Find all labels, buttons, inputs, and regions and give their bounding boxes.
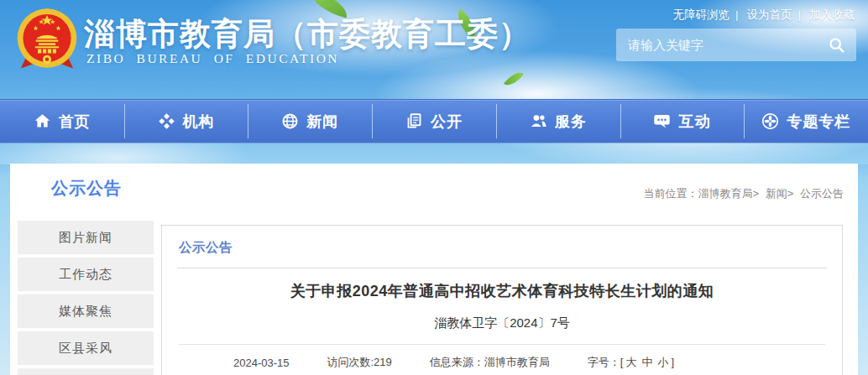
sidebar-menu: 图片新闻 工作动态 媒体聚焦 区县采风 xyxy=(18,221,154,375)
fontsize-large-button[interactable]: 大 xyxy=(625,356,636,368)
link-separator: | xyxy=(735,8,739,21)
search-input[interactable] xyxy=(616,29,818,61)
users-icon xyxy=(530,112,547,130)
nav-item-home[interactable]: 首页 xyxy=(0,100,124,143)
box-title-divider xyxy=(177,268,827,268)
search-box xyxy=(616,29,856,61)
fontsize-small-button[interactable]: 小 xyxy=(657,356,668,368)
topics-icon xyxy=(761,112,779,130)
site-subtitle-en: ZIBO BUREAU OF EDUCATION xyxy=(86,51,339,66)
breadcrumb-link-announcements[interactable]: 公示公告 xyxy=(800,187,844,200)
org-icon xyxy=(158,112,175,130)
nav-item-label: 公开 xyxy=(431,112,463,132)
nav-item-interaction[interactable]: 互动 xyxy=(620,100,745,143)
national-emblem-logo xyxy=(12,5,82,76)
set-homepage-link[interactable]: 设为首页 xyxy=(746,8,792,21)
sidebar-item-media-focus[interactable]: 媒体聚焦 xyxy=(18,294,154,328)
visit-count: 访问次数:219 xyxy=(327,355,391,370)
home-icon xyxy=(34,112,51,130)
breadcrumb-separator: > xyxy=(787,187,794,200)
breadcrumb: 当前位置：淄博教育局> 新闻> 公示公告 xyxy=(644,186,844,201)
meta-divider xyxy=(179,344,825,345)
article-box-title: 公示公告 xyxy=(179,239,842,257)
article-title: 关于申报2024年普通高中招收艺术体育科技特长生计划的通知 xyxy=(162,281,842,301)
nav-item-label: 专题专栏 xyxy=(787,112,850,132)
nav-item-special-topics[interactable]: 专题专栏 xyxy=(744,100,868,143)
documents-icon xyxy=(405,112,423,130)
nav-item-services[interactable]: 服务 xyxy=(496,100,620,143)
article-box: 公示公告 关于申报2024年普通高中招收艺术体育科技特长生计划的通知 淄教体卫字… xyxy=(161,225,843,375)
search-icon xyxy=(828,36,846,55)
link-separator: | xyxy=(797,8,801,21)
sidebar-item-partial[interactable] xyxy=(18,368,154,375)
nav-item-label: 机构 xyxy=(183,112,215,132)
chat-icon xyxy=(653,112,671,130)
info-source: 信息来源：淄博市教育局 xyxy=(430,355,550,370)
bracket: ] xyxy=(671,356,674,368)
sidebar-item-work-updates[interactable]: 工作动态 xyxy=(18,258,154,291)
breadcrumb-separator: > xyxy=(753,187,760,200)
top-utility-links: 无障碍浏览|设为首页|加入收藏 xyxy=(672,8,855,23)
nav-item-disclosure[interactable]: 公开 xyxy=(372,100,496,143)
sidebar-item-district-view[interactable]: 区县采风 xyxy=(18,331,154,365)
leaf-decoration-icon xyxy=(504,68,524,90)
fontsize-control: 字号：[大中小] xyxy=(588,355,674,370)
site-title: 淄博市教育局（市委教育工委） xyxy=(84,13,531,55)
globe-icon xyxy=(281,112,299,130)
breadcrumb-prefix: 当前位置： xyxy=(644,187,698,200)
nav-item-label: 互动 xyxy=(678,112,710,132)
page: 淄博市教育局（市委教育工委） ZIBO BUREAU OF EDUCATION … xyxy=(0,0,868,375)
breadcrumb-link-news[interactable]: 新闻 xyxy=(766,187,787,200)
nav-item-label: 服务 xyxy=(555,112,587,132)
document-number: 淄教体卫字〔2024〕7号 xyxy=(162,315,842,331)
article-meta-row: 2024-03-15 访问次数:219 信息来源：淄博市教育局 字号：[大中小] xyxy=(162,355,842,370)
nav-item-organization[interactable]: 机构 xyxy=(124,100,248,143)
search-button[interactable] xyxy=(818,29,856,61)
bracket: [ xyxy=(620,356,624,368)
nav-item-label: 新闻 xyxy=(306,112,338,132)
main-content-panel: 公示公告 当前位置：淄博教育局> 新闻> 公示公告 图片新闻 工作动态 媒体聚焦… xyxy=(10,164,858,375)
fontsize-medium-button[interactable]: 中 xyxy=(641,356,652,368)
main-navigation: 首页 机构 新闻 xyxy=(0,99,868,143)
nav-item-label: 首页 xyxy=(59,112,91,132)
fontsize-label: 字号： xyxy=(588,356,620,368)
nav-item-news[interactable]: 新闻 xyxy=(248,100,372,143)
section-title: 公示公告 xyxy=(51,177,122,200)
breadcrumb-link-home[interactable]: 淄博教育局 xyxy=(698,187,753,200)
sidebar-item-picture-news[interactable]: 图片新闻 xyxy=(18,221,154,254)
accessibility-link[interactable]: 无障碍浏览 xyxy=(672,8,729,21)
publish-date: 2024-03-15 xyxy=(233,357,290,369)
add-favorite-link[interactable]: 加入收藏 xyxy=(809,8,855,21)
